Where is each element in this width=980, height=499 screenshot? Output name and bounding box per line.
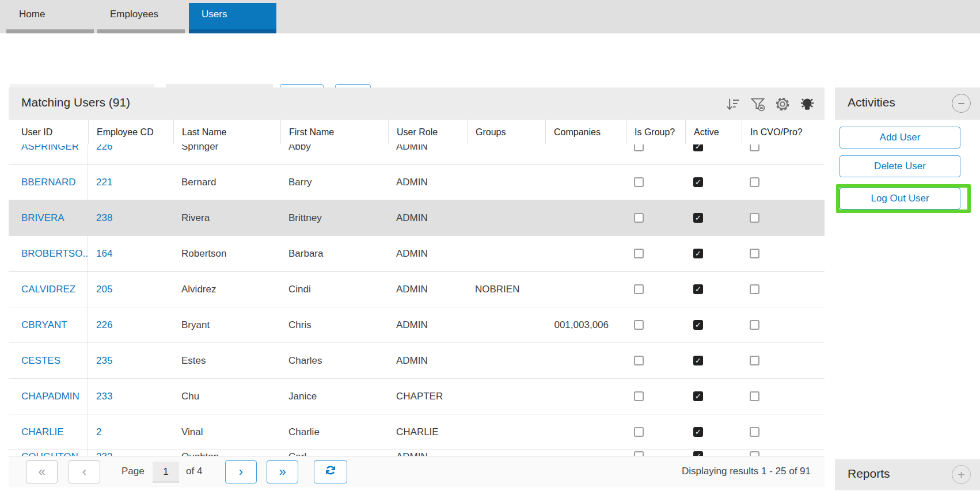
cell-in-cvo-pro: [742, 379, 825, 414]
cell-in-cvo-pro: [742, 200, 825, 235]
employee-cd-link[interactable]: 2: [96, 426, 101, 438]
next-page-button[interactable]: ›: [225, 460, 257, 483]
employee-cd-link[interactable]: 226: [96, 144, 112, 153]
user-id-link[interactable]: CHAPADMIN: [21, 391, 79, 402]
user-id-link[interactable]: CESTES: [21, 355, 60, 367]
employee-cd-link[interactable]: 238: [96, 212, 112, 224]
in-cvo-pro-checkbox[interactable]: [750, 284, 759, 294]
col-header-user-id[interactable]: User ID: [9, 120, 88, 144]
cell-companies: [545, 200, 626, 235]
is-group-checkbox[interactable]: [634, 356, 644, 365]
table-body: ASPRINGER226SpringerAbbyADMIN✓BBERNARD22…: [9, 144, 825, 456]
cell-user-role: CHARLIE: [388, 414, 467, 450]
in-cvo-pro-checkbox[interactable]: [750, 249, 759, 258]
sort-icon[interactable]: [724, 95, 742, 113]
col-header-companies[interactable]: Companies: [545, 120, 626, 144]
log-out-user-button[interactable]: Log Out User: [840, 188, 960, 209]
is-group-checkbox[interactable]: [634, 391, 644, 401]
active-checkbox[interactable]: ✓: [693, 356, 703, 365]
in-cvo-pro-checkbox[interactable]: [750, 213, 759, 223]
in-cvo-pro-checkbox[interactable]: [750, 391, 759, 401]
cell-user-role: ADMIN: [388, 307, 467, 342]
col-header-is-group-[interactable]: Is Group?: [626, 120, 685, 144]
col-header-groups[interactable]: Groups: [467, 120, 545, 144]
active-checkbox[interactable]: ✓: [693, 284, 703, 294]
table-row[interactable]: CBRYANT226BryantChrisADMIN001,003,006✓: [9, 307, 825, 343]
is-group-checkbox[interactable]: [634, 213, 644, 223]
employee-cd-link[interactable]: 221: [96, 177, 112, 188]
user-id-link[interactable]: CBRYANT: [21, 319, 67, 331]
col-header-last-name[interactable]: Last Name: [173, 120, 280, 144]
active-checkbox[interactable]: ✓: [693, 427, 703, 437]
in-cvo-pro-checkbox[interactable]: [750, 320, 759, 330]
col-header-user-role[interactable]: User Role: [388, 120, 467, 144]
settings-gear-icon[interactable]: [773, 95, 792, 113]
employee-cd-link[interactable]: 205: [96, 284, 112, 295]
col-header-first-name[interactable]: First Name: [280, 120, 388, 144]
table-row[interactable]: CHARLIE2VinalCharlieCHARLIE✓: [9, 414, 825, 450]
col-header-employee-cd[interactable]: Employee CD: [88, 120, 173, 144]
delete-user-button[interactable]: Delete User: [840, 155, 960, 177]
in-cvo-pro-checkbox[interactable]: [750, 144, 759, 151]
active-checkbox[interactable]: ✓: [693, 249, 703, 258]
cell-groups: [467, 144, 545, 164]
cell-first-name: Abby: [280, 144, 388, 164]
table-row[interactable]: CESTES235EstesCharlesADMIN✓: [9, 343, 825, 379]
is-group-checkbox[interactable]: [634, 284, 644, 294]
clear-filter-icon[interactable]: [749, 95, 767, 113]
table-row[interactable]: CALVIDREZ205AlvidrezCindiADMINNOBRIEN✓: [9, 272, 825, 307]
user-id-link[interactable]: ASPRINGER: [21, 144, 79, 153]
cell-last-name: Estes: [173, 343, 280, 378]
tab-home[interactable]: Home: [6, 3, 94, 33]
active-checkbox[interactable]: ✓: [693, 177, 703, 187]
is-group-checkbox[interactable]: [634, 249, 644, 258]
is-group-checkbox[interactable]: [634, 144, 644, 151]
cell-companies: [545, 414, 626, 450]
collapse-activities-button[interactable]: −: [952, 94, 971, 113]
add-user-button[interactable]: Add User: [840, 127, 960, 148]
is-group-checkbox[interactable]: [634, 320, 644, 330]
cell-active: ✓: [685, 379, 742, 414]
cell-user-id: CALVIDREZ: [9, 272, 88, 307]
table-row[interactable]: BBERNARD221BernardBarryADMIN✓: [9, 165, 825, 200]
employee-cd-link[interactable]: 164: [96, 248, 112, 260]
expand-reports-button[interactable]: +: [952, 465, 971, 484]
active-checkbox[interactable]: ✓: [693, 213, 703, 223]
active-checkbox[interactable]: ✓: [693, 320, 703, 330]
previous-page-button[interactable]: ‹: [69, 460, 100, 483]
cell-is-group: [626, 144, 685, 164]
first-page-button[interactable]: «: [26, 460, 58, 483]
refresh-button[interactable]: [314, 460, 347, 483]
in-cvo-pro-checkbox[interactable]: [750, 177, 759, 187]
col-header-in-cvo-pro-[interactable]: In CVO/Pro?: [742, 120, 825, 144]
table-row[interactable]: CHAPADMIN233ChuJaniceCHAPTER✓: [9, 379, 825, 414]
cell-groups: NOBRIEN: [467, 272, 545, 307]
table-row[interactable]: ASPRINGER226SpringerAbbyADMIN✓: [9, 144, 825, 165]
in-cvo-pro-checkbox[interactable]: [750, 427, 759, 437]
is-group-checkbox[interactable]: [634, 427, 644, 437]
tab-users[interactable]: Users: [189, 3, 276, 33]
user-id-link[interactable]: BRIVERA: [21, 212, 64, 224]
in-cvo-pro-checkbox[interactable]: [750, 356, 759, 365]
is-group-checkbox[interactable]: [634, 177, 644, 187]
cell-first-name: Cindi: [280, 272, 388, 307]
employee-cd-link[interactable]: 235: [96, 355, 112, 367]
active-checkbox[interactable]: ✓: [693, 144, 703, 151]
col-header-active[interactable]: Active: [685, 120, 742, 144]
active-checkbox[interactable]: ✓: [693, 391, 703, 401]
employee-cd-link[interactable]: 233: [96, 391, 112, 402]
cell-in-cvo-pro: [742, 236, 825, 271]
table-row[interactable]: BROBERTSO...164RobertsonBarbaraADMIN✓: [9, 236, 825, 272]
user-id-link[interactable]: CALVIDREZ: [21, 284, 75, 295]
users-admin-page: HomeEmployeesUsers User CD Go Active Use…: [0, 0, 980, 499]
lightbulb-icon[interactable]: [798, 95, 816, 113]
table-row[interactable]: BRIVERA238RiveraBrittneyADMIN✓: [9, 200, 825, 236]
tab-employees[interactable]: Employees: [97, 3, 185, 33]
user-id-link[interactable]: CHARLIE: [21, 426, 64, 438]
cell-companies: [545, 236, 626, 271]
page-number-input[interactable]: [153, 462, 179, 482]
employee-cd-link[interactable]: 226: [96, 319, 112, 331]
user-id-link[interactable]: BROBERTSO...: [21, 248, 88, 260]
last-page-button[interactable]: »: [267, 460, 298, 483]
user-id-link[interactable]: BBERNARD: [21, 177, 75, 188]
